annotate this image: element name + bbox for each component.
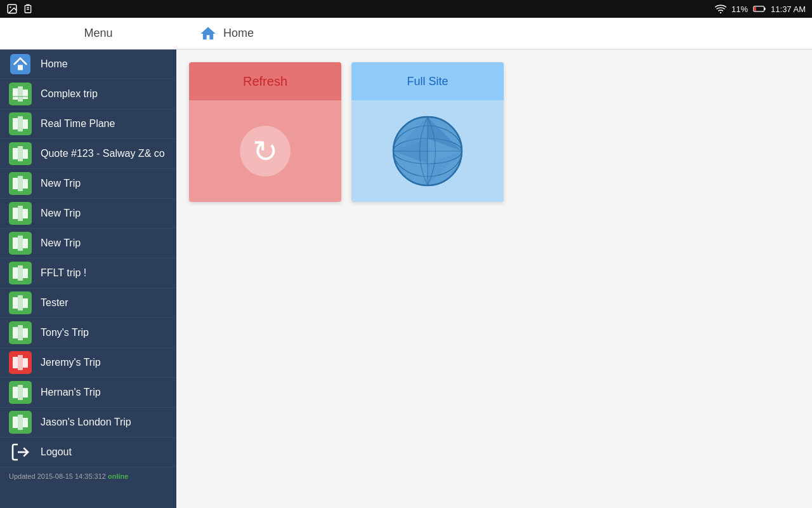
sidebar-item-newtrip-1[interactable]: New Trip (0, 169, 176, 199)
svg-rect-17 (13, 118, 18, 130)
svg-rect-46 (18, 325, 23, 340)
svg-rect-38 (18, 265, 23, 281)
sidebar-item-complex-trip[interactable]: Complex trip (0, 79, 176, 109)
svg-point-1 (10, 6, 11, 8)
sidebar-item-quote[interactable]: Quote #123 - Salway Z& co (0, 139, 176, 169)
svg-rect-18 (18, 116, 23, 131)
sidebar-label-realtime: Real Time Plane (41, 118, 115, 130)
svg-rect-19 (23, 119, 28, 129)
svg-rect-41 (13, 297, 18, 309)
sidebar-label-jason: Jason's London Trip (41, 417, 131, 428)
map-icon-jason (9, 411, 32, 434)
map-icon-newtrip3 (9, 232, 32, 255)
refresh-arrow-icon: ↻ (252, 133, 278, 169)
svg-rect-10 (18, 65, 23, 70)
updated-text: Updated 2015-08-15 14:35:312 (9, 472, 106, 480)
battery-icon (753, 5, 766, 13)
svg-rect-39 (23, 269, 28, 278)
svg-rect-50 (18, 355, 23, 370)
svg-rect-14 (23, 90, 28, 99)
home-header: Home (187, 25, 802, 43)
refresh-card[interactable]: Refresh ↻ (189, 62, 341, 202)
sidebar-item-tonys-trip[interactable]: Tony's Trip (0, 318, 176, 348)
sidebar-item-logout[interactable]: Logout (0, 438, 176, 467)
status-bar: 11% 11:37 AM (0, 0, 812, 18)
sidebar-label-logout: Logout (41, 446, 72, 458)
svg-rect-58 (18, 415, 23, 430)
sidebar-label-tony: Tony's Trip (41, 327, 89, 338)
svg-rect-45 (13, 327, 18, 338)
sidebar-item-jasons-london[interactable]: Jason's London Trip (0, 408, 176, 438)
sidebar-item-tester[interactable]: Tester (0, 288, 176, 318)
svg-rect-26 (18, 176, 23, 191)
refresh-icon-circle: ↻ (240, 126, 291, 177)
refresh-icon-area: ↻ (189, 100, 341, 202)
sidebar-label-home: Home (41, 58, 68, 70)
svg-rect-23 (23, 149, 28, 159)
map-icon-tony (9, 321, 32, 344)
main-layout: Home Complex trip Real Time Plane (0, 50, 812, 508)
svg-rect-29 (13, 208, 18, 219)
status-time: 11:37 AM (771, 4, 806, 14)
svg-rect-12 (13, 88, 18, 100)
svg-rect-27 (23, 179, 28, 189)
sidebar-item-realtime[interactable]: Real Time Plane (0, 109, 176, 139)
content-area: Refresh ↻ Full Site (176, 50, 812, 508)
map-icon-tester (9, 291, 32, 314)
map-icon-hernan (9, 381, 32, 404)
app-header: Menu Home (0, 18, 812, 50)
sidebar-label-fflt: FFLT trip ! (41, 267, 86, 279)
svg-rect-34 (18, 236, 23, 251)
fullsite-card-label: Full Site (351, 62, 504, 100)
fullsite-icon-area (351, 100, 504, 202)
svg-rect-54 (18, 385, 23, 400)
svg-rect-7 (764, 8, 766, 10)
sidebar-label-quote: Quote #123 - Salway Z& co (41, 148, 165, 159)
sidebar-item-hernans-trip[interactable]: Hernan's Trip (0, 378, 176, 408)
svg-rect-25 (13, 178, 18, 189)
sidebar-footer: Updated 2015-08-15 14:35:312 online (0, 467, 176, 485)
svg-rect-22 (18, 146, 23, 161)
svg-rect-13 (18, 86, 23, 102)
sidebar-label-newtrip3: New Trip (41, 237, 81, 249)
svg-rect-49 (13, 357, 18, 368)
svg-rect-57 (13, 417, 18, 428)
svg-rect-33 (13, 237, 18, 249)
sidebar-item-jeremys-trip[interactable]: Jeremy's Trip (0, 348, 176, 378)
svg-rect-43 (23, 298, 28, 308)
svg-rect-51 (23, 358, 28, 368)
status-bar-right: 11% 11:37 AM (715, 4, 806, 14)
map-icon-newtrip1 (9, 172, 32, 195)
sidebar-label-newtrip1: New Trip (41, 178, 81, 189)
svg-rect-21 (13, 148, 18, 159)
svg-rect-35 (23, 239, 28, 248)
svg-rect-30 (18, 206, 23, 221)
status-bar-left (6, 3, 33, 15)
online-status: online (108, 472, 128, 480)
home-label: Home (223, 27, 254, 40)
home-header-icon (199, 25, 217, 43)
battery-percent: 11% (731, 4, 748, 14)
svg-rect-47 (23, 328, 28, 338)
map-icon-jeremy (9, 351, 32, 374)
svg-rect-37 (13, 267, 18, 279)
sidebar-label-newtrip2: New Trip (41, 208, 81, 219)
globe-icon (390, 113, 466, 189)
sidebar-item-fflt[interactable]: FFLT trip ! (0, 258, 176, 288)
svg-rect-53 (13, 387, 18, 398)
sidebar-label-jeremy: Jeremy's Trip (41, 357, 101, 368)
sidebar-item-home[interactable]: Home (0, 50, 176, 79)
home-icon (9, 53, 32, 76)
logout-icon (9, 441, 32, 464)
sidebar-label-hernan: Hernan's Trip (41, 387, 101, 398)
map-icon-complex (9, 83, 32, 105)
sidebar-item-newtrip-2[interactable]: New Trip (0, 199, 176, 229)
svg-rect-42 (18, 295, 23, 311)
sidebar-item-newtrip-3[interactable]: New Trip (0, 229, 176, 258)
svg-rect-8 (754, 7, 756, 11)
sidebar-label-tester: Tester (41, 297, 69, 309)
fullsite-card[interactable]: Full Site (351, 62, 504, 202)
menu-label: Menu (10, 27, 187, 40)
map-icon-quote (9, 142, 32, 165)
sidebar: Home Complex trip Real Time Plane (0, 50, 176, 508)
